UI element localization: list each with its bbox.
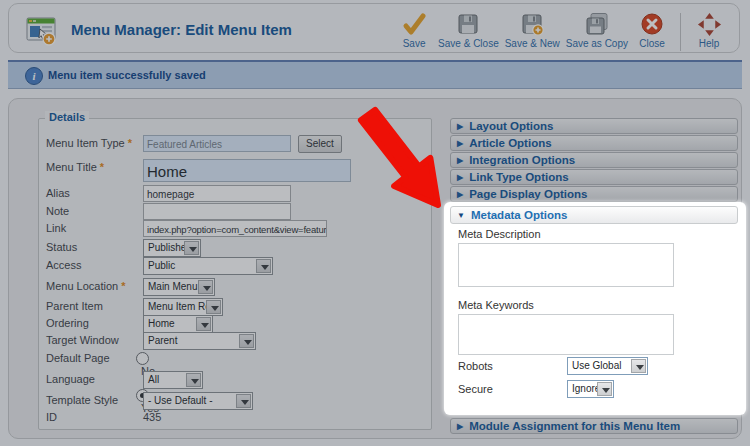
meta-description-label: Meta Description (458, 228, 541, 240)
joomla-admin-screen: Menu Manager: Edit Menu Item Save Sa (0, 0, 750, 446)
dropdown-arrow-icon (597, 382, 612, 396)
metadata-options-highlight: Metadata Options Meta Description Meta K… (444, 202, 746, 415)
robots-select[interactable]: Use Global (567, 357, 648, 375)
secure-label: Secure (458, 383, 493, 395)
robots-label: Robots (458, 360, 493, 372)
secure-select[interactable]: Ignore (567, 380, 614, 398)
meta-keywords-label: Meta Keywords (458, 299, 534, 311)
red-annotation-arrow (340, 88, 460, 220)
meta-keywords-textarea[interactable] (458, 314, 674, 355)
panel-metadata-options[interactable]: Metadata Options (450, 206, 738, 224)
dropdown-arrow-icon (631, 359, 646, 373)
meta-description-textarea[interactable] (458, 243, 674, 287)
